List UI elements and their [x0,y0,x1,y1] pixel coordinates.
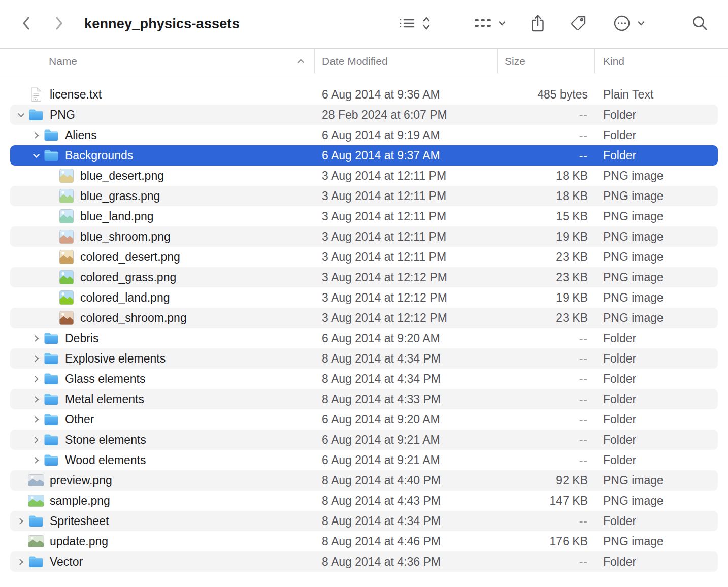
date-modified-cell: 8 Aug 2014 at 4:40 PM [315,470,498,491]
file-row[interactable]: colored_grass.png 3 Aug 2014 at 12:12 PM… [10,267,718,287]
kind-cell: Plain Text [595,84,718,105]
file-icon [58,169,75,183]
file-row[interactable]: Debris 6 Aug 2014 at 9:20 AM -- Folder [10,328,718,348]
size-cell: -- [498,369,595,389]
file-icon [27,109,45,121]
column-header-date-modified[interactable]: Date Modified [315,49,498,74]
column-name-label: Name [49,55,77,68]
file-row[interactable]: Backgrounds 6 Aug 2014 at 9:37 AM -- Fol… [10,145,718,166]
kind-cell: PNG image [595,186,718,206]
file-row[interactable]: Vector 8 Aug 2014 at 4:36 PM -- Folder [10,551,718,572]
file-name: Explosive elements [65,352,166,366]
chevron-down-icon [637,20,646,28]
disclosure-chevron[interactable] [29,438,43,442]
file-row[interactable]: colored_shroom.png 3 Aug 2014 at 12:12 P… [10,308,718,328]
file-row[interactable]: sample.png 8 Aug 2014 at 4:43 PM 147 KB … [10,491,718,511]
name-cell: Vector [10,551,315,572]
disclosure-chevron[interactable] [29,417,43,422]
name-cell: Glass elements [10,369,315,389]
view-mode-button[interactable] [398,15,432,34]
date-modified-cell: 8 Aug 2014 at 4:43 PM [315,491,498,511]
disclosure-chevron[interactable] [14,519,27,524]
column-header-size[interactable]: Size [498,49,595,74]
date-modified-cell: 3 Aug 2014 at 12:11 PM [315,186,498,206]
back-button[interactable] [21,15,31,33]
file-icon [27,535,45,547]
file-row[interactable]: blue_shroom.png 3 Aug 2014 at 12:11 PM 1… [10,226,718,247]
name-cell: colored_land.png [10,287,315,308]
date-modified-cell: 6 Aug 2014 at 9:20 AM [315,328,498,348]
file-row[interactable]: Spritesheet 8 Aug 2014 at 4:34 PM -- Fol… [10,511,718,531]
disclosure-chevron[interactable] [29,154,43,157]
file-row[interactable]: TXT license.txt 6 Aug 2014 at 9:36 AM 48… [10,84,718,105]
file-row[interactable]: preview.png 8 Aug 2014 at 4:40 PM 92 KB … [10,470,718,491]
disclosure-chevron[interactable] [29,356,43,361]
group-button[interactable] [473,16,507,32]
column-size-label: Size [505,55,525,68]
size-cell: 92 KB [498,470,595,491]
date-modified-cell: 3 Aug 2014 at 12:12 PM [315,308,498,328]
name-cell: colored_grass.png [10,267,315,287]
disclosure-chevron[interactable] [29,133,43,138]
column-header-name[interactable]: Name [10,49,315,74]
finder-window: kenney_physics-assets [0,0,728,587]
file-row[interactable]: Wood elements 6 Aug 2014 at 9:21 AM -- F… [10,450,718,470]
file-row[interactable]: colored_desert.png 3 Aug 2014 at 12:11 P… [10,247,718,267]
file-row[interactable]: blue_desert.png 3 Aug 2014 at 12:11 PM 1… [10,166,718,186]
size-cell: 19 KB [498,287,595,308]
file-row[interactable]: colored_land.png 3 Aug 2014 at 12:12 PM … [10,287,718,308]
sort-ascending-icon [297,59,304,66]
magnifier-icon [691,15,709,34]
file-row[interactable]: PNG 28 Feb 2024 at 6:07 PM -- Folder [10,105,718,125]
kind-cell: Folder [595,348,718,369]
kind-cell: PNG image [595,491,718,511]
file-row[interactable]: Other 6 Aug 2014 at 9:20 AM -- Folder [10,409,718,430]
file-name: colored_grass.png [80,271,176,284]
disclosure-chevron[interactable] [14,113,27,116]
size-cell: -- [498,430,595,450]
kind-cell: PNG image [595,470,718,491]
file-row[interactable]: blue_land.png 3 Aug 2014 at 12:11 PM 15 … [10,206,718,226]
kind-cell: Folder [595,389,718,409]
disclosure-chevron[interactable] [14,560,27,564]
name-cell: Debris [10,328,315,348]
kind-cell: PNG image [595,308,718,328]
name-cell: Wood elements [10,450,315,470]
back-chevron-icon [21,15,31,33]
forward-button[interactable] [54,15,64,33]
column-header-kind[interactable]: Kind [595,49,718,74]
file-name: Wood elements [65,453,146,467]
name-cell: colored_shroom.png [10,308,315,328]
toolbar: kenney_physics-assets [0,0,728,49]
share-button[interactable] [530,14,545,35]
file-name: blue_desert.png [80,169,164,183]
file-row[interactable]: Metal elements 8 Aug 2014 at 4:33 PM -- … [10,389,718,409]
disclosure-chevron[interactable] [29,397,43,402]
tag-button[interactable] [570,14,588,34]
file-icon [43,149,60,161]
date-modified-cell: 8 Aug 2014 at 4:46 PM [315,531,498,551]
search-button[interactable] [691,15,709,34]
file-row[interactable]: Explosive elements 8 Aug 2014 at 4:34 PM… [10,348,718,369]
name-cell: colored_desert.png [10,247,315,267]
file-row[interactable]: update.png 8 Aug 2014 at 4:46 PM 176 KB … [10,531,718,551]
file-name: Vector [50,555,83,569]
file-row[interactable]: Stone elements 6 Aug 2014 at 9:21 AM -- … [10,430,718,450]
file-icon [58,209,75,223]
disclosure-chevron[interactable] [29,377,43,381]
name-cell: blue_land.png [10,206,315,226]
file-icon [58,270,75,284]
file-row[interactable]: Glass elements 8 Aug 2014 at 4:34 PM -- … [10,369,718,389]
more-button[interactable] [612,14,646,35]
disclosure-chevron[interactable] [29,336,43,341]
file-row[interactable]: blue_grass.png 3 Aug 2014 at 12:11 PM 18… [10,186,718,206]
disclosure-chevron[interactable] [29,458,43,463]
size-cell: -- [498,511,595,531]
file-icon [43,373,60,385]
file-row[interactable]: Aliens 6 Aug 2014 at 9:19 AM -- Folder [10,125,718,145]
file-icon [27,515,45,527]
file-name: Debris [65,332,98,345]
size-cell: -- [498,409,595,430]
date-modified-cell: 3 Aug 2014 at 12:11 PM [315,226,498,247]
file-name: Stone elements [65,433,146,447]
